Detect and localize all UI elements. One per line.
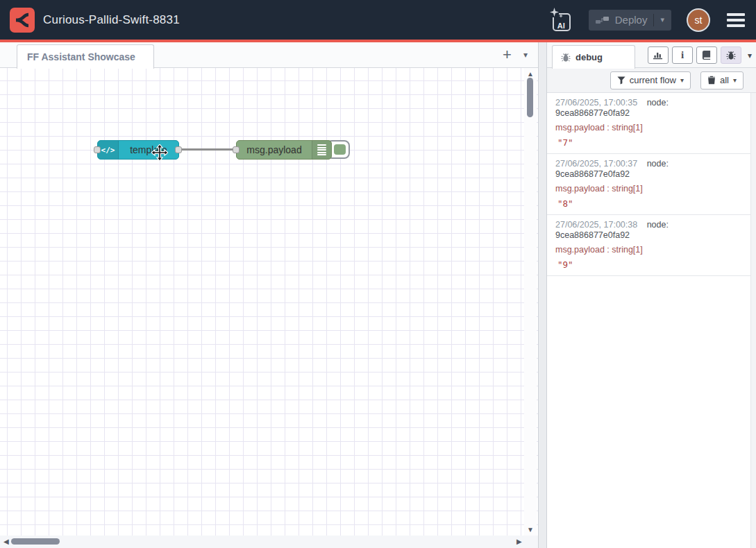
sidebar-tabbar: debug i (547, 42, 756, 68)
node-port-input-debug[interactable] (233, 146, 240, 153)
sidebar-tab-debug-button[interactable] (721, 46, 741, 64)
sidebar-resize-handle[interactable] (538, 42, 547, 548)
debug-clear-label: all (720, 75, 729, 85)
debug-message-timestamp: 27/06/2025, 17:00:35 (555, 98, 637, 108)
debug-toolbar: current flow ▾ all ▾ (547, 68, 756, 93)
node-debug-label: msg.payload (237, 141, 312, 159)
clear-chevron-icon: ▾ (733, 76, 737, 84)
workspace-tab-actions: + ▾ (503, 42, 528, 67)
sidebar-tab-buttons: i (648, 46, 752, 64)
debug-message-property: msg.payload : string[1] (555, 245, 744, 255)
sidebar: debug i (547, 42, 756, 548)
debug-message-value: "7" (555, 137, 744, 148)
info-icon: i (681, 49, 684, 61)
header-actions: AI Deploy ▾ st (550, 7, 746, 33)
flow-list-chevron-icon[interactable]: ▾ (523, 50, 528, 60)
scroll-up-icon[interactable]: ▲ (527, 70, 534, 78)
horizontal-scroll-thumb[interactable] (11, 538, 60, 545)
move-cursor-icon (151, 144, 168, 161)
debug-clear-button[interactable]: all ▾ (700, 71, 744, 89)
ai-assistant-button[interactable]: AI (550, 7, 573, 33)
flowfuse-logo-icon[interactable] (10, 8, 35, 33)
scroll-left-icon[interactable]: ◀ (3, 538, 9, 545)
debug-toggle-indicator (334, 144, 346, 155)
code-glyph: </> (101, 146, 115, 155)
ai-label: AI (557, 22, 565, 30)
sidebar-scrollbar[interactable] (750, 93, 756, 548)
book-icon (701, 50, 712, 60)
sidebar-tab-dashboard-button[interactable] (648, 46, 669, 64)
flow-tab[interactable]: FF Assistant Showcase (17, 44, 154, 69)
node-debug[interactable]: msg.payload (236, 140, 332, 160)
sidebar-tab-help-button[interactable] (696, 46, 717, 64)
deploy-button[interactable]: Deploy ▾ (589, 10, 671, 31)
flow-tab-label: FF Assistant Showcase (27, 51, 135, 62)
bug-icon (726, 51, 736, 60)
debug-message-value: "8" (555, 198, 744, 209)
debug-message-property: msg.payload : string[1] (555, 184, 744, 194)
node-template-label: template (119, 141, 178, 159)
canvas-vertical-scrollbar[interactable]: ▲ ▼ (524, 68, 537, 536)
sidebar-menu-chevron-icon[interactable]: ▾ (748, 51, 752, 60)
flow-canvas[interactable]: </> template msg.payload (0, 68, 538, 536)
canvas-horizontal-scrollbar[interactable]: ◀ ▶ (0, 536, 538, 548)
deploy-label: Deploy (615, 14, 648, 26)
bar-chart-icon (653, 50, 663, 60)
sparkle-small-icon (559, 14, 563, 18)
trash-icon (707, 76, 716, 85)
debug-filter-button[interactable]: current flow ▾ (610, 71, 691, 89)
filter-chevron-icon: ▾ (680, 76, 684, 84)
scroll-right-icon[interactable]: ▶ (516, 538, 522, 545)
bug-icon (561, 53, 571, 62)
workspace-tabbar: FF Assistant Showcase + ▾ (0, 42, 538, 68)
funnel-icon (617, 76, 625, 85)
debug-message-value: "9" (555, 259, 744, 270)
sidebar-tab-debug-label: debug (576, 52, 603, 62)
code-icon: </> (98, 141, 119, 159)
workspace-area: FF Assistant Showcase + ▾ </> template m… (0, 42, 538, 548)
instance-title: Curious-Pallid-Swift-8831 (43, 13, 180, 27)
sidebar-tab-debug[interactable]: debug (552, 45, 635, 69)
header: Curious-Pallid-Swift-8831 AI (0, 0, 756, 40)
deploy-chevron-icon[interactable]: ▾ (660, 15, 664, 24)
debug-message[interactable]: 27/06/2025, 17:00:35 node: 9cea886877e0f… (547, 93, 756, 154)
node-red-editor: Curious-Pallid-Swift-8831 AI (0, 0, 756, 548)
debug-list-icon (312, 141, 331, 159)
branch-icon (14, 12, 31, 28)
debug-message-timestamp: 27/06/2025, 17:00:37 (555, 159, 637, 169)
wire[interactable] (178, 148, 237, 151)
scroll-down-icon[interactable]: ▼ (527, 526, 534, 533)
sidebar-tab-info-button[interactable]: i (672, 46, 693, 64)
deploy-separator (653, 14, 654, 26)
node-port-input-template[interactable] (94, 146, 101, 153)
main-menu-button[interactable] (725, 10, 746, 30)
debug-filter-label: current flow (630, 75, 676, 85)
debug-message[interactable]: 27/06/2025, 17:00:37 node: 9cea886877e0f… (547, 154, 756, 215)
user-avatar[interactable]: st (687, 8, 710, 32)
debug-message-property: msg.payload : string[1] (555, 123, 744, 133)
deploy-nodes-icon (596, 15, 610, 25)
sparkle-icon (550, 8, 559, 17)
node-port-output-template[interactable] (175, 146, 182, 153)
add-flow-button[interactable]: + (503, 47, 512, 62)
vertical-scroll-thumb[interactable] (527, 78, 533, 117)
debug-message-list: 27/06/2025, 17:00:35 node: 9cea886877e0f… (547, 93, 756, 548)
debug-message-timestamp: 27/06/2025, 17:00:38 (555, 220, 637, 230)
debug-message[interactable]: 27/06/2025, 17:00:38 node: 9cea886877e0f… (547, 215, 756, 276)
